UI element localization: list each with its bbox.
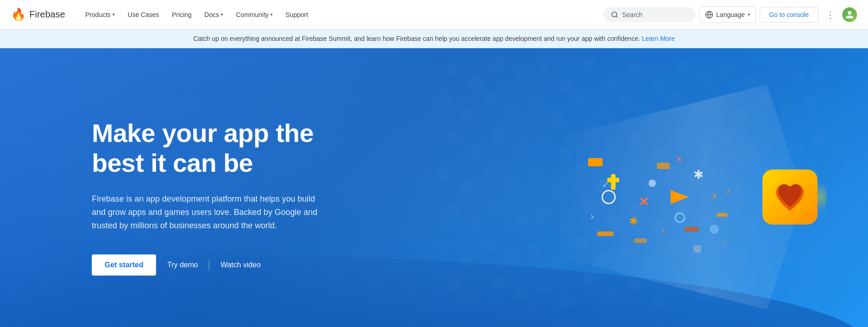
svg-rect-130 <box>588 158 603 166</box>
logo-icon: 🔥 <box>11 7 26 22</box>
hero-section: Make your app the best it can be Firebas… <box>0 48 868 327</box>
svg-rect-143 <box>684 227 699 231</box>
svg-rect-92 <box>505 250 518 263</box>
svg-rect-10 <box>583 57 596 70</box>
svg-rect-18 <box>767 57 780 70</box>
globe-icon <box>705 11 713 19</box>
nav-item-community[interactable]: Community ▾ <box>230 7 278 22</box>
svg-rect-23 <box>482 92 495 105</box>
svg-rect-147 <box>694 245 701 253</box>
language-button[interactable]: Language ▾ <box>699 6 756 23</box>
svg-text:✕: ✕ <box>638 195 649 209</box>
beam-svg: ✕ ✱ ✱ › › › › ✕ ✓ <box>519 82 831 312</box>
nav-links: Products ▾ Use Cases Pricing Docs ▾ Comm… <box>80 7 604 22</box>
svg-rect-56 <box>459 181 472 194</box>
svg-rect-72 <box>446 204 459 217</box>
svg-rect-14 <box>675 60 688 73</box>
svg-rect-55 <box>437 168 449 180</box>
svg-rect-21 <box>437 94 449 107</box>
svg-point-0 <box>612 12 617 17</box>
more-options-icon[interactable]: ⋮ <box>822 6 839 24</box>
svg-rect-20 <box>813 64 826 77</box>
svg-rect-106 <box>446 278 459 291</box>
svg-rect-22 <box>459 108 472 121</box>
console-button[interactable]: Go to console <box>760 7 818 23</box>
community-chevron-icon: ▾ <box>270 12 273 17</box>
svg-line-1 <box>616 16 617 17</box>
svg-point-136 <box>649 180 656 187</box>
learn-more-link[interactable]: Learn More <box>642 35 675 42</box>
navbar: 🔥 Firebase Products ▾ Use Cases Pricing … <box>0 0 868 29</box>
language-label: Language <box>716 11 745 18</box>
announcement-banner: Catch up on everything announced at Fire… <box>0 29 868 48</box>
svg-rect-144 <box>717 213 728 217</box>
watch-video-button[interactable]: Watch video <box>209 254 271 276</box>
svg-rect-39 <box>469 145 482 158</box>
try-demo-button[interactable]: Try demo <box>156 254 209 276</box>
svg-rect-107 <box>469 292 482 304</box>
svg-rect-40 <box>492 129 504 141</box>
svg-rect-141 <box>597 231 614 236</box>
navbar-right: Search Language ▾ Go to console ⋮ <box>604 6 857 24</box>
nav-item-pricing[interactable]: Pricing <box>167 7 197 22</box>
svg-text:✓: ✓ <box>721 239 727 247</box>
hero-actions: Get started Try demo Watch video <box>92 254 349 276</box>
nav-item-docs[interactable]: Docs ▾ <box>199 7 229 22</box>
svg-rect-73 <box>469 218 482 231</box>
svg-text:✓: ✓ <box>602 180 610 190</box>
svg-rect-89 <box>437 241 449 254</box>
docs-chevron-icon: ▾ <box>221 12 223 17</box>
hero-illustration: ✕ ✱ ✱ › › › › ✕ ✓ <box>519 82 831 312</box>
svg-rect-24 <box>505 103 518 116</box>
svg-rect-57 <box>482 165 495 178</box>
svg-rect-5 <box>469 76 482 89</box>
logo-text: Firebase <box>29 9 65 20</box>
svg-rect-146 <box>710 225 719 234</box>
avatar[interactable] <box>842 7 857 22</box>
svg-text:›: › <box>726 183 730 197</box>
svg-rect-16 <box>721 62 734 75</box>
hero-description: Firebase is an app development platform … <box>92 192 330 232</box>
get-started-button[interactable]: Get started <box>92 254 156 276</box>
svg-rect-74 <box>492 202 504 215</box>
svg-rect-58 <box>505 177 518 190</box>
svg-rect-90 <box>459 255 472 268</box>
svg-text:✱: ✱ <box>694 168 704 181</box>
logo-link[interactable]: 🔥 Firebase <box>11 7 65 22</box>
nav-item-support[interactable]: Support <box>280 7 314 22</box>
svg-rect-38 <box>446 131 459 144</box>
svg-rect-91 <box>482 239 495 252</box>
nav-item-products[interactable]: Products ▾ <box>80 7 120 22</box>
products-chevron-icon: ▾ <box>112 12 115 17</box>
svg-text:✱: ✱ <box>629 215 638 227</box>
svg-rect-108 <box>492 276 504 288</box>
svg-rect-12 <box>629 62 642 75</box>
hero-title: Make your app the best it can be <box>92 118 349 178</box>
svg-rect-6 <box>492 57 504 70</box>
search-bar[interactable]: Search <box>604 7 695 22</box>
svg-text:›: › <box>661 225 665 236</box>
svg-rect-8 <box>538 62 550 75</box>
svg-text:›: › <box>590 210 594 222</box>
svg-text:✕: ✕ <box>675 154 683 164</box>
svg-rect-131 <box>657 163 670 169</box>
svg-rect-142 <box>634 238 647 243</box>
svg-rect-4 <box>446 62 459 75</box>
svg-text:›: › <box>712 187 717 202</box>
nav-item-use-cases[interactable]: Use Cases <box>122 7 164 22</box>
search-icon <box>611 11 618 18</box>
search-label: Search <box>622 11 642 18</box>
hero-content: Make your app the best it can be Firebas… <box>92 118 349 275</box>
language-chevron-icon: ▾ <box>748 12 750 17</box>
